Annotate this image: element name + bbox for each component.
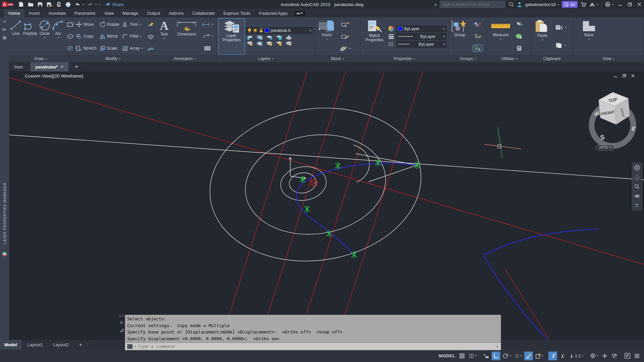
search-icon[interactable]	[508, 2, 514, 7]
layer-dropdown-caret-icon[interactable]: ▾	[309, 29, 311, 32]
base-button[interactable]: Base▾	[579, 18, 599, 54]
new-layout-button[interactable]: +	[75, 340, 86, 350]
layer-walk-icon[interactable]	[285, 41, 292, 46]
close-window-icon[interactable]	[637, 2, 641, 6]
tab-manage[interactable]: Manage	[118, 9, 143, 17]
viewport-controls-label[interactable]: Custom View][2D Wireframe]	[25, 73, 83, 79]
cut-icon[interactable]: ▾	[554, 24, 567, 31]
layer-properties-button[interactable]: Layer Properties	[218, 18, 245, 54]
panel-label-view[interactable]: View▾	[573, 55, 644, 62]
panel-label-groups[interactable]: Groups▾	[448, 55, 488, 62]
linear-dimension-icon[interactable]: ▾	[201, 22, 214, 27]
match-properties-button[interactable]: Match Properties	[362, 18, 387, 54]
arc-button[interactable]: Arc▾	[52, 18, 64, 54]
layer-isolate-icon[interactable]	[246, 35, 253, 40]
panel-label-properties[interactable]: Properties▾	[360, 55, 448, 62]
undo-icon[interactable]	[75, 1, 81, 7]
layer-unlock2-icon[interactable]	[275, 41, 283, 46]
viewport-minimize-icon[interactable]	[614, 74, 617, 77]
isodraft-toggle[interactable]: ▾	[513, 352, 523, 360]
polyline-button[interactable]: Polyline	[23, 18, 37, 54]
command-input[interactable]	[138, 344, 494, 349]
panel-label-draw[interactable]: Draw▾	[8, 55, 73, 62]
dynamic-input-toggle[interactable]	[482, 352, 491, 360]
username[interactable]: gabebrandon18	[525, 2, 556, 7]
tab-collaborate[interactable]: Collaborate	[188, 9, 219, 17]
layer-match-icon[interactable]	[256, 41, 263, 46]
create-block-icon[interactable]	[340, 21, 350, 28]
layer-freeze-icon[interactable]	[256, 35, 263, 40]
group-button[interactable]: Group	[450, 18, 469, 54]
palette-autohide-icon[interactable]	[2, 25, 7, 34]
redo-icon[interactable]	[87, 1, 93, 7]
layout-tab-layout2[interactable]: Layout2	[49, 340, 73, 350]
fillet-button[interactable]: Fillet▾	[121, 31, 144, 43]
circle-button[interactable]: Circle▾	[39, 18, 51, 54]
search-flyout-icon[interactable]: ▸	[435, 3, 437, 6]
ungroup-icon[interactable]	[473, 21, 483, 28]
paste-button[interactable]: Paste▾	[533, 18, 552, 54]
help-dropdown-icon[interactable]: ▾	[612, 3, 613, 6]
wcs-selector[interactable]: WCS▽	[596, 145, 614, 150]
layout-tab-model[interactable]: Model	[0, 340, 21, 350]
annotation-monitor-button[interactable]	[600, 352, 609, 360]
tab-home[interactable]: Home	[4, 9, 24, 17]
help-icon[interactable]: ?	[605, 2, 610, 7]
layout-tab-layout1[interactable]: Layout1	[23, 340, 47, 350]
snap-mode-toggle[interactable]: ▾	[467, 352, 478, 360]
mirror-button[interactable]: Mirror	[99, 31, 121, 43]
scale-button[interactable]: Scale	[99, 42, 121, 54]
save-icon[interactable]	[37, 1, 43, 7]
command-expand-icon[interactable]: ▲	[496, 345, 499, 348]
tab-addins[interactable]: Add-ins	[164, 9, 188, 17]
viewport-restore-icon[interactable]	[623, 74, 626, 77]
command-prompt-icon[interactable]: >_	[127, 344, 133, 349]
minimize-window-icon[interactable]	[618, 3, 623, 6]
palette-settings-icon[interactable]	[2, 34, 7, 42]
file-tab-parabulas[interactable]: parabulas* ✕	[31, 62, 68, 71]
panel-label-annotation[interactable]: Annotation▾	[153, 55, 216, 62]
copy-clip-icon[interactable]: ▾	[554, 42, 567, 49]
grid-toggle[interactable]	[458, 352, 466, 360]
tab-annotate[interactable]: Annotate	[44, 9, 70, 17]
nav-orbit-icon[interactable]	[633, 192, 641, 200]
annotation-visibility-toggle[interactable]	[548, 352, 557, 360]
edit-block-icon[interactable]	[340, 33, 350, 40]
layer-freeze2-icon[interactable]	[265, 35, 273, 40]
tab-express-tools[interactable]: Express Tools	[219, 9, 255, 17]
autodesk-logo-icon[interactable]	[589, 2, 595, 7]
command-customize-icon[interactable]	[119, 328, 124, 333]
panel-label-block[interactable]: Block▾	[315, 55, 360, 62]
close-file-tab-icon[interactable]: ✕	[60, 64, 64, 69]
layer-dropdown[interactable]: parabula b ▾	[246, 27, 313, 34]
autodesk-dropdown-icon[interactable]: ▾	[597, 3, 598, 6]
annotation-autoscale-toggle[interactable]	[558, 352, 567, 360]
user-avatar-icon[interactable]	[517, 2, 522, 7]
nav-more-icon[interactable]	[633, 202, 641, 209]
customize-statusbar-button[interactable]	[633, 352, 641, 360]
undo-dropdown-icon[interactable]: ▾	[83, 3, 84, 6]
quick-calc-icon[interactable]	[515, 45, 523, 52]
drawing-canvas[interactable]: W E S TOP FRONT RIGHT Custom View][2D Wi…	[9, 71, 644, 340]
panel-label-modify[interactable]: Modify▾	[73, 55, 153, 62]
annotation-scale-button[interactable]: 1:1▾	[568, 352, 585, 360]
new-drawing-icon[interactable]	[18, 1, 24, 7]
model-space-toggle[interactable]: MODEL	[437, 352, 456, 360]
table-icon[interactable]	[203, 45, 212, 51]
file-tab-start[interactable]: Start	[9, 62, 28, 71]
open-icon[interactable]	[28, 1, 34, 7]
command-close-icon[interactable]: ×	[120, 320, 123, 326]
layer-off-icon[interactable]	[246, 41, 253, 46]
leader-icon[interactable]: ▾	[201, 34, 214, 39]
rotate-button[interactable]: Rotate	[99, 18, 121, 31]
text-button[interactable]: A Text▾	[155, 18, 174, 54]
polar-tracking-toggle[interactable]: ▾	[501, 352, 512, 360]
dimension-button[interactable]: Dimension	[175, 18, 199, 54]
trial-badge[interactable]: 30	[562, 1, 577, 8]
group-edit-icon[interactable]	[473, 33, 483, 39]
palette-close-icon[interactable]: ×	[3, 17, 6, 25]
command-palette-grip[interactable]: ⠿⠿ ×	[118, 315, 125, 350]
trim-button[interactable]: Trim▾	[121, 18, 144, 31]
tab-parametric[interactable]: Parametric	[70, 9, 100, 17]
tab-view[interactable]: View	[100, 9, 118, 17]
